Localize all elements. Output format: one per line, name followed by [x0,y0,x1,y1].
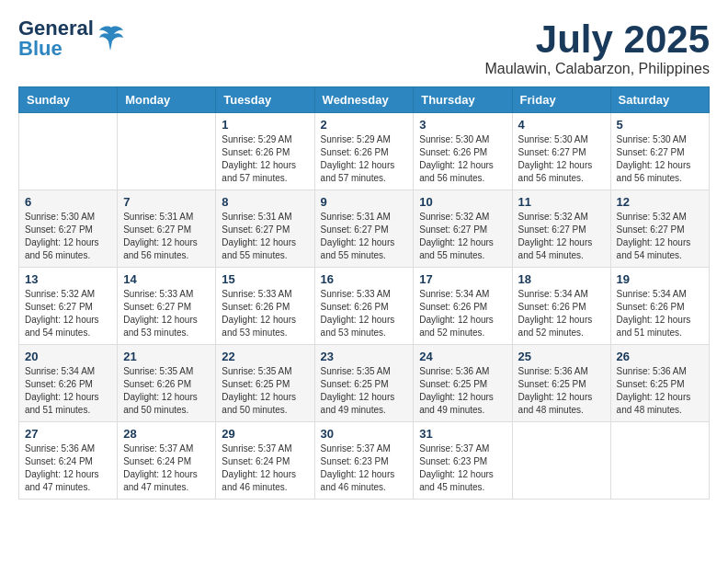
day-number: 26 [617,350,703,363]
calendar-cell: 13 Sunrise: 5:32 AM Sunset: 6:27 PM Dayl… [19,268,118,345]
weekday-header: Thursday [414,87,512,113]
day-number: 16 [321,272,408,286]
day-info: Sunrise: 5:30 AM Sunset: 6:26 PM Dayligh… [419,133,506,185]
calendar-table: SundayMondayTuesdayWednesdayThursdayFrid… [18,86,710,500]
day-info: Sunrise: 5:37 AM Sunset: 6:23 PM Dayligh… [419,442,506,494]
day-info: Sunrise: 5:35 AM Sunset: 6:26 PM Dayligh… [123,365,210,417]
day-number: 11 [518,195,605,209]
calendar-cell: 6 Sunrise: 5:30 AM Sunset: 6:27 PM Dayli… [19,190,118,268]
calendar-cell: 16 Sunrise: 5:33 AM Sunset: 6:26 PM Dayl… [314,268,414,345]
day-number: 25 [518,350,605,363]
calendar-cell: 29 Sunrise: 5:37 AM Sunset: 6:24 PM Dayl… [216,422,314,500]
calendar-cell: 26 Sunrise: 5:36 AM Sunset: 6:25 PM Dayl… [610,345,709,422]
day-number: 31 [419,427,506,441]
weekday-header: Saturday [610,87,709,113]
day-info: Sunrise: 5:36 AM Sunset: 6:24 PM Dayligh… [25,442,111,494]
calendar-cell: 21 Sunrise: 5:35 AM Sunset: 6:26 PM Dayl… [118,345,216,422]
day-number: 7 [123,195,210,209]
calendar-cell: 14 Sunrise: 5:33 AM Sunset: 6:27 PM Dayl… [118,268,216,345]
day-info: Sunrise: 5:32 AM Sunset: 6:27 PM Dayligh… [518,211,605,262]
day-number: 10 [419,195,506,209]
month-year-title: July 2025 [484,18,710,61]
location-subtitle: Maulawin, Calabarzon, Philippines [484,61,710,77]
day-info: Sunrise: 5:29 AM Sunset: 6:26 PM Dayligh… [222,133,308,185]
day-info: Sunrise: 5:37 AM Sunset: 6:24 PM Dayligh… [222,442,308,494]
calendar-cell: 7 Sunrise: 5:31 AM Sunset: 6:27 PM Dayli… [118,190,216,268]
day-info: Sunrise: 5:33 AM Sunset: 6:27 PM Dayligh… [123,288,210,339]
day-info: Sunrise: 5:30 AM Sunset: 6:27 PM Dayligh… [617,133,703,185]
calendar-cell: 10 Sunrise: 5:32 AM Sunset: 6:27 PM Dayl… [414,190,512,268]
day-number: 12 [617,195,703,209]
day-info: Sunrise: 5:31 AM Sunset: 6:27 PM Dayligh… [222,211,308,262]
day-number: 1 [222,118,308,132]
day-number: 2 [321,118,408,132]
calendar-cell: 17 Sunrise: 5:34 AM Sunset: 6:26 PM Dayl… [414,268,512,345]
day-number: 28 [123,427,210,441]
calendar-cell [512,422,610,500]
day-number: 4 [518,118,605,132]
weekday-header: Friday [512,87,610,113]
day-info: Sunrise: 5:37 AM Sunset: 6:23 PM Dayligh… [321,442,408,494]
calendar-cell: 24 Sunrise: 5:36 AM Sunset: 6:25 PM Dayl… [414,345,512,422]
calendar-cell [19,113,118,190]
calendar-cell [118,113,216,190]
day-number: 29 [222,427,308,441]
calendar-cell: 20 Sunrise: 5:34 AM Sunset: 6:26 PM Dayl… [19,345,118,422]
day-number: 30 [321,427,408,441]
calendar-cell: 23 Sunrise: 5:35 AM Sunset: 6:25 PM Dayl… [314,345,414,422]
calendar-cell: 9 Sunrise: 5:31 AM Sunset: 6:27 PM Dayli… [314,190,414,268]
day-number: 13 [25,272,111,286]
day-info: Sunrise: 5:29 AM Sunset: 6:26 PM Dayligh… [321,133,408,185]
logo-blue: Blue [18,39,94,59]
calendar-cell: 30 Sunrise: 5:37 AM Sunset: 6:23 PM Dayl… [314,422,414,500]
day-info: Sunrise: 5:35 AM Sunset: 6:25 PM Dayligh… [321,365,408,417]
calendar-week-row: 13 Sunrise: 5:32 AM Sunset: 6:27 PM Dayl… [19,268,710,345]
calendar-cell: 27 Sunrise: 5:36 AM Sunset: 6:24 PM Dayl… [19,422,118,500]
calendar-cell: 4 Sunrise: 5:30 AM Sunset: 6:27 PM Dayli… [512,113,610,190]
day-info: Sunrise: 5:34 AM Sunset: 6:26 PM Dayligh… [25,365,111,417]
calendar-cell: 15 Sunrise: 5:33 AM Sunset: 6:26 PM Dayl… [216,268,314,345]
day-info: Sunrise: 5:33 AM Sunset: 6:26 PM Dayligh… [222,288,308,339]
calendar-cell: 11 Sunrise: 5:32 AM Sunset: 6:27 PM Dayl… [512,190,610,268]
day-info: Sunrise: 5:36 AM Sunset: 6:25 PM Dayligh… [518,365,605,417]
day-number: 9 [321,195,408,209]
day-number: 17 [419,272,506,286]
day-number: 24 [419,350,506,363]
day-number: 23 [321,350,408,363]
day-number: 5 [617,118,703,132]
calendar-cell: 3 Sunrise: 5:30 AM Sunset: 6:26 PM Dayli… [414,113,512,190]
logo-general: General [18,18,94,39]
weekday-header: Monday [118,87,216,113]
calendar-cell: 19 Sunrise: 5:34 AM Sunset: 6:26 PM Dayl… [610,268,709,345]
calendar-cell: 25 Sunrise: 5:36 AM Sunset: 6:25 PM Dayl… [512,345,610,422]
day-info: Sunrise: 5:34 AM Sunset: 6:26 PM Dayligh… [518,288,605,339]
page-header: General Blue July 2025 Maulawin, Calabar… [18,18,710,77]
day-info: Sunrise: 5:34 AM Sunset: 6:26 PM Dayligh… [617,288,703,339]
calendar-cell: 12 Sunrise: 5:32 AM Sunset: 6:27 PM Dayl… [610,190,709,268]
calendar-cell: 31 Sunrise: 5:37 AM Sunset: 6:23 PM Dayl… [414,422,512,500]
calendar-cell: 8 Sunrise: 5:31 AM Sunset: 6:27 PM Dayli… [216,190,314,268]
calendar-cell: 28 Sunrise: 5:37 AM Sunset: 6:24 PM Dayl… [118,422,216,500]
title-area: July 2025 Maulawin, Calabarzon, Philippi… [484,18,710,77]
day-info: Sunrise: 5:33 AM Sunset: 6:26 PM Dayligh… [321,288,408,339]
day-info: Sunrise: 5:31 AM Sunset: 6:27 PM Dayligh… [321,211,408,262]
day-number: 3 [419,118,506,132]
day-number: 8 [222,195,308,209]
calendar-cell [610,422,709,500]
calendar-cell: 1 Sunrise: 5:29 AM Sunset: 6:26 PM Dayli… [216,113,314,190]
day-number: 22 [222,350,308,363]
day-info: Sunrise: 5:30 AM Sunset: 6:27 PM Dayligh… [25,211,111,262]
day-number: 27 [25,427,111,441]
day-number: 15 [222,272,308,286]
day-number: 19 [617,272,703,286]
calendar-week-row: 6 Sunrise: 5:30 AM Sunset: 6:27 PM Dayli… [19,190,710,268]
day-info: Sunrise: 5:31 AM Sunset: 6:27 PM Dayligh… [123,211,210,262]
logo-bird-icon [97,23,125,55]
calendar-week-row: 1 Sunrise: 5:29 AM Sunset: 6:26 PM Dayli… [19,113,710,190]
weekday-header: Tuesday [216,87,314,113]
calendar-cell: 18 Sunrise: 5:34 AM Sunset: 6:26 PM Dayl… [512,268,610,345]
logo: General Blue [18,18,125,59]
day-info: Sunrise: 5:36 AM Sunset: 6:25 PM Dayligh… [419,365,506,417]
calendar-header-row: SundayMondayTuesdayWednesdayThursdayFrid… [19,87,710,113]
day-info: Sunrise: 5:30 AM Sunset: 6:27 PM Dayligh… [518,133,605,185]
